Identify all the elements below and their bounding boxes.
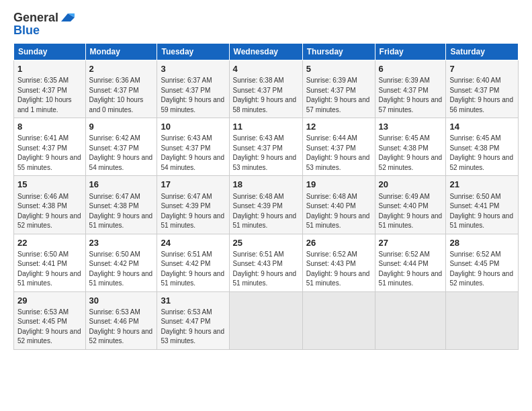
logo-icon <box>60 12 75 23</box>
calendar-week-row: 22Sunrise: 6:50 AM Sunset: 4:41 PM Dayli… <box>14 234 519 291</box>
calendar-cell: 27Sunrise: 6:52 AM Sunset: 4:44 PM Dayli… <box>375 234 446 291</box>
day-number: 24 <box>161 237 225 249</box>
day-number: 23 <box>89 237 154 249</box>
calendar-cell: 24Sunrise: 6:51 AM Sunset: 4:42 PM Dayli… <box>157 234 229 291</box>
cell-info: Sunrise: 6:48 AM Sunset: 4:39 PM Dayligh… <box>233 192 299 231</box>
cell-info: Sunrise: 6:40 AM Sunset: 4:37 PM Dayligh… <box>449 76 515 115</box>
cell-info: Sunrise: 6:51 AM Sunset: 4:43 PM Dayligh… <box>233 250 299 289</box>
calendar-week-row: 29Sunrise: 6:53 AM Sunset: 4:45 PM Dayli… <box>14 291 519 349</box>
calendar-cell: 17Sunrise: 6:47 AM Sunset: 4:39 PM Dayli… <box>157 176 229 234</box>
page-header: General Blue <box>13 11 519 38</box>
calendar-cell: 18Sunrise: 6:48 AM Sunset: 4:39 PM Dayli… <box>229 176 302 234</box>
weekday-header: Wednesday <box>229 44 302 60</box>
cell-info: Sunrise: 6:43 AM Sunset: 4:37 PM Dayligh… <box>161 134 225 173</box>
cell-info: Sunrise: 6:43 AM Sunset: 4:37 PM Dayligh… <box>233 134 299 173</box>
cell-info: Sunrise: 6:53 AM Sunset: 4:47 PM Dayligh… <box>161 308 225 347</box>
calendar-cell: 31Sunrise: 6:53 AM Sunset: 4:47 PM Dayli… <box>157 291 229 349</box>
day-number: 20 <box>379 179 443 191</box>
cell-info: Sunrise: 6:39 AM Sunset: 4:37 PM Dayligh… <box>306 76 371 115</box>
day-number: 8 <box>17 121 82 133</box>
weekday-header: Thursday <box>302 44 375 60</box>
weekday-header: Tuesday <box>157 44 229 60</box>
cell-info: Sunrise: 6:48 AM Sunset: 4:40 PM Dayligh… <box>306 192 371 231</box>
calendar-cell: 22Sunrise: 6:50 AM Sunset: 4:41 PM Dayli… <box>14 234 86 291</box>
cell-info: Sunrise: 6:45 AM Sunset: 4:38 PM Dayligh… <box>379 134 443 173</box>
cell-info: Sunrise: 6:52 AM Sunset: 4:44 PM Dayligh… <box>379 250 443 289</box>
calendar-cell: 14Sunrise: 6:45 AM Sunset: 4:38 PM Dayli… <box>446 118 519 176</box>
day-number: 9 <box>89 121 154 133</box>
cell-info: Sunrise: 6:38 AM Sunset: 4:37 PM Dayligh… <box>233 76 299 115</box>
calendar-cell: 28Sunrise: 6:52 AM Sunset: 4:45 PM Dayli… <box>446 234 519 291</box>
calendar-cell: 13Sunrise: 6:45 AM Sunset: 4:38 PM Dayli… <box>375 118 446 176</box>
cell-info: Sunrise: 6:52 AM Sunset: 4:43 PM Dayligh… <box>306 250 371 289</box>
cell-info: Sunrise: 6:50 AM Sunset: 4:41 PM Dayligh… <box>449 192 515 231</box>
calendar-cell: 8Sunrise: 6:41 AM Sunset: 4:37 PM Daylig… <box>14 118 86 176</box>
calendar-cell: 3Sunrise: 6:37 AM Sunset: 4:37 PM Daylig… <box>157 60 229 118</box>
day-number: 2 <box>89 63 154 75</box>
day-number: 6 <box>379 63 443 75</box>
calendar-cell: 4Sunrise: 6:38 AM Sunset: 4:37 PM Daylig… <box>229 60 302 118</box>
day-number: 18 <box>233 179 299 191</box>
calendar-week-row: 15Sunrise: 6:46 AM Sunset: 4:38 PM Dayli… <box>14 176 519 234</box>
weekday-header: Friday <box>375 44 446 60</box>
day-number: 10 <box>161 121 225 133</box>
cell-info: Sunrise: 6:50 AM Sunset: 4:41 PM Dayligh… <box>17 250 82 289</box>
cell-info: Sunrise: 6:44 AM Sunset: 4:37 PM Dayligh… <box>306 134 371 173</box>
day-number: 28 <box>449 237 515 249</box>
calendar-header-row: SundayMondayTuesdayWednesdayThursdayFrid… <box>14 44 519 60</box>
day-number: 5 <box>306 63 371 75</box>
day-number: 21 <box>449 179 515 191</box>
page-container: General Blue SundayMondayTuesdayWednesda… <box>0 0 532 357</box>
logo-general: General <box>13 11 58 25</box>
day-number: 25 <box>233 237 299 249</box>
calendar-cell: 15Sunrise: 6:46 AM Sunset: 4:38 PM Dayli… <box>14 176 86 234</box>
day-number: 7 <box>449 63 515 75</box>
logo: General Blue <box>13 11 75 38</box>
day-number: 11 <box>233 121 299 133</box>
calendar-cell: 29Sunrise: 6:53 AM Sunset: 4:45 PM Dayli… <box>14 291 86 349</box>
cell-info: Sunrise: 6:35 AM Sunset: 4:37 PM Dayligh… <box>17 76 82 115</box>
day-number: 29 <box>17 295 82 307</box>
day-number: 3 <box>161 63 225 75</box>
weekday-header: Monday <box>85 44 157 60</box>
day-number: 1 <box>17 63 82 75</box>
day-number: 15 <box>17 179 82 191</box>
calendar-cell: 10Sunrise: 6:43 AM Sunset: 4:37 PM Dayli… <box>157 118 229 176</box>
cell-info: Sunrise: 6:52 AM Sunset: 4:45 PM Dayligh… <box>449 250 515 289</box>
day-number: 12 <box>306 121 371 133</box>
day-number: 27 <box>379 237 443 249</box>
cell-info: Sunrise: 6:53 AM Sunset: 4:45 PM Dayligh… <box>17 308 82 347</box>
cell-info: Sunrise: 6:50 AM Sunset: 4:42 PM Dayligh… <box>89 250 154 289</box>
day-number: 22 <box>17 237 82 249</box>
day-number: 19 <box>306 179 371 191</box>
calendar-cell: 1Sunrise: 6:35 AM Sunset: 4:37 PM Daylig… <box>14 60 86 118</box>
calendar-cell <box>446 291 519 349</box>
cell-info: Sunrise: 6:36 AM Sunset: 4:37 PM Dayligh… <box>89 76 154 115</box>
day-number: 30 <box>89 295 154 307</box>
cell-info: Sunrise: 6:39 AM Sunset: 4:37 PM Dayligh… <box>379 76 443 115</box>
calendar-cell: 26Sunrise: 6:52 AM Sunset: 4:43 PM Dayli… <box>302 234 375 291</box>
calendar-cell: 11Sunrise: 6:43 AM Sunset: 4:37 PM Dayli… <box>229 118 302 176</box>
calendar-cell <box>375 291 446 349</box>
logo-blue: Blue <box>13 24 40 38</box>
cell-info: Sunrise: 6:51 AM Sunset: 4:42 PM Dayligh… <box>161 250 225 289</box>
day-number: 4 <box>233 63 299 75</box>
day-number: 31 <box>161 295 225 307</box>
cell-info: Sunrise: 6:42 AM Sunset: 4:37 PM Dayligh… <box>89 134 154 173</box>
calendar-cell: 7Sunrise: 6:40 AM Sunset: 4:37 PM Daylig… <box>446 60 519 118</box>
cell-info: Sunrise: 6:49 AM Sunset: 4:40 PM Dayligh… <box>379 192 443 231</box>
calendar-cell: 20Sunrise: 6:49 AM Sunset: 4:40 PM Dayli… <box>375 176 446 234</box>
cell-info: Sunrise: 6:53 AM Sunset: 4:46 PM Dayligh… <box>89 308 154 347</box>
cell-info: Sunrise: 6:47 AM Sunset: 4:38 PM Dayligh… <box>89 192 154 231</box>
calendar-cell: 9Sunrise: 6:42 AM Sunset: 4:37 PM Daylig… <box>85 118 157 176</box>
calendar-week-row: 1Sunrise: 6:35 AM Sunset: 4:37 PM Daylig… <box>14 60 519 118</box>
day-number: 13 <box>379 121 443 133</box>
cell-info: Sunrise: 6:45 AM Sunset: 4:38 PM Dayligh… <box>449 134 515 173</box>
cell-info: Sunrise: 6:47 AM Sunset: 4:39 PM Dayligh… <box>161 192 225 231</box>
calendar-cell: 16Sunrise: 6:47 AM Sunset: 4:38 PM Dayli… <box>85 176 157 234</box>
day-number: 16 <box>89 179 154 191</box>
day-number: 17 <box>161 179 225 191</box>
day-number: 26 <box>306 237 371 249</box>
calendar-cell <box>229 291 302 349</box>
calendar-cell: 23Sunrise: 6:50 AM Sunset: 4:42 PM Dayli… <box>85 234 157 291</box>
